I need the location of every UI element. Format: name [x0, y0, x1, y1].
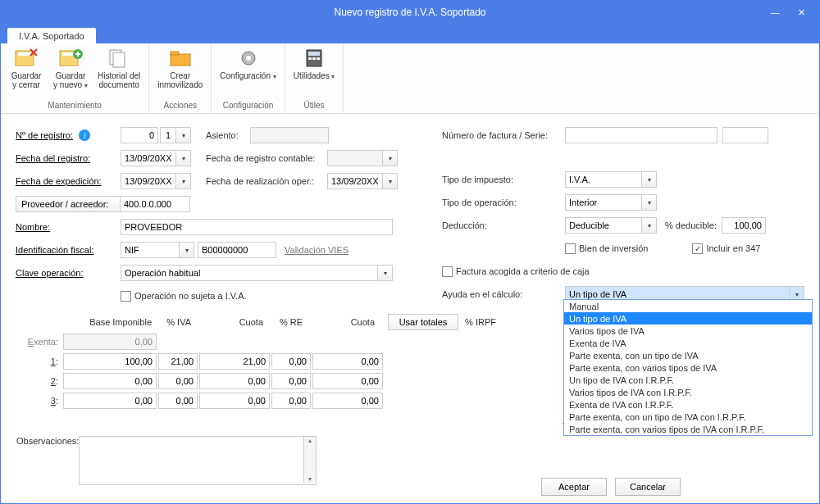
ribbon-folder[interactable]: Crear inmovilizado	[153, 45, 207, 91]
label-tipo-op: Tipo de operación:	[442, 198, 565, 207]
input-fecha-real[interactable]	[327, 173, 383, 189]
check-incluir-347[interactable]: ✓Incluir en 347	[692, 243, 760, 254]
ayuda-option[interactable]: Parte exenta, con varios tipos de IVA	[564, 361, 812, 374]
input-ident-tipo[interactable]	[121, 242, 180, 258]
gear-icon	[235, 47, 262, 70]
input-pct-deducible[interactable]	[722, 217, 766, 234]
scroll-down-icon[interactable]: ▾	[308, 475, 312, 483]
cell-cuota2[interactable]	[312, 353, 383, 370]
ident-tipo-drop[interactable]: ▾	[180, 242, 194, 258]
input-nregistro-num[interactable]	[121, 127, 158, 143]
input-fecha-exped[interactable]	[121, 173, 176, 189]
check-bien-inversion[interactable]: Bien de inversión	[565, 243, 648, 254]
hdr-pctre: % RE	[268, 314, 308, 330]
input-tipo-op[interactable]	[565, 194, 642, 211]
input-proveedor[interactable]	[120, 196, 190, 212]
cell-base[interactable]	[63, 373, 157, 389]
ayuda-dropdown-list[interactable]: ManualUn tipo de IVAVarios tipos de IVAE…	[563, 299, 813, 436]
cancel-button[interactable]: Cancelar	[615, 478, 681, 496]
ribbon-save-close[interactable]: Guardar y cerrar	[4, 45, 48, 91]
nregistro-serie-drop[interactable]: ▾	[176, 127, 191, 143]
input-nregistro-serie[interactable]	[160, 127, 176, 143]
hdr-cuota1: Cuota	[196, 314, 268, 330]
fecha-exped-drop[interactable]: ▾	[176, 173, 191, 189]
ribbon-gear[interactable]: Configuración ▾	[215, 45, 280, 83]
ayuda-option[interactable]: Un tipo de IVA con I.R.P.F.	[564, 374, 812, 386]
scroll-up-icon[interactable]: ▴	[308, 437, 312, 444]
label-deduccion: Deducción:	[442, 220, 565, 230]
ayuda-option[interactable]: Parte exenta, con varios tipos de IVA co…	[564, 423, 812, 435]
fecha-registro-drop[interactable]: ▾	[176, 150, 191, 166]
input-clave-op[interactable]	[121, 265, 378, 281]
input-tipo-impuesto[interactable]	[565, 171, 642, 188]
label-pct-deducible: % deducible:	[665, 220, 717, 230]
check-criterio-caja[interactable]: Factura acogida a criterio de caja	[442, 266, 590, 277]
cell-piva[interactable]	[158, 393, 198, 409]
deduccion-drop[interactable]: ▾	[642, 217, 657, 234]
input-fecha-registro[interactable]	[121, 150, 176, 166]
svg-rect-12	[308, 52, 320, 56]
input-asiento	[250, 127, 329, 143]
ayuda-option[interactable]: Parte exenta, con un tipo de IVA con I.R…	[564, 411, 812, 423]
tipo-op-drop[interactable]: ▾	[642, 194, 657, 211]
accept-button[interactable]: Aceptar	[541, 478, 607, 496]
minimize-button[interactable]: —	[763, 4, 786, 20]
ribbon-calc[interactable]: Utilidades ▾	[289, 45, 340, 83]
close-button[interactable]: ✕	[790, 4, 813, 20]
cell-base[interactable]	[63, 393, 157, 409]
cell-exenta	[63, 334, 157, 350]
ayuda-option[interactable]: Exenta de IVA	[564, 337, 812, 349]
clave-op-drop[interactable]: ▾	[378, 265, 393, 281]
ayuda-option[interactable]: Manual	[564, 300, 812, 312]
proveedor-button[interactable]: Proveedor / acreedor:	[16, 196, 121, 212]
label-fecha-registro: Fecha del registro:	[16, 153, 121, 163]
tab-iva-soportado[interactable]: I.V.A. Soportado	[7, 28, 96, 43]
ayuda-option[interactable]: Parte exenta, con un tipo de IVA	[564, 349, 812, 361]
input-ident-num[interactable]	[198, 242, 276, 258]
cell-base[interactable]	[63, 353, 157, 370]
tipo-impuesto-drop[interactable]: ▾	[642, 171, 657, 188]
cell-cuota1[interactable]	[199, 373, 270, 389]
cell-cuota2[interactable]	[312, 393, 383, 409]
label-ayuda-calculo: Ayuda en el cálculo:	[442, 289, 565, 299]
cell-pre[interactable]	[271, 373, 311, 389]
check-no-sujeta[interactable]: Operación no sujeta a I.V.A.	[121, 291, 247, 302]
ayuda-option[interactable]: Varios tipos de IVA con I.R.P.F.	[564, 386, 812, 398]
ayuda-option[interactable]: Exenta de IVA con I.R.P.F.	[564, 398, 812, 411]
btn-usar-totales[interactable]: Usar totales	[388, 314, 458, 330]
input-num-factura[interactable]	[565, 127, 718, 143]
svg-rect-1	[18, 52, 31, 56]
cell-pre[interactable]	[271, 393, 311, 409]
fecha-real-drop[interactable]: ▾	[383, 173, 398, 189]
ribbon-tabbar: I.V.A. Soportado	[1, 24, 819, 43]
ayuda-option[interactable]: Varios tipos de IVA	[564, 325, 812, 337]
cell-piva[interactable]	[158, 353, 198, 370]
svg-rect-6	[113, 52, 125, 67]
info-icon[interactable]: i	[79, 129, 90, 141]
cell-pre[interactable]	[271, 353, 311, 370]
label-tipo-impuesto: Tipo de impuesto:	[442, 175, 565, 184]
hdr-pctirpf: % IRPF	[462, 314, 501, 330]
fecha-reg-cont-drop[interactable]: ▾	[383, 150, 398, 166]
ribbon-history[interactable]: Historial del documento	[93, 45, 145, 91]
svg-rect-15	[317, 57, 320, 60]
window-title: Nuevo registro de I.V.A. Soportado	[1, 7, 819, 18]
textarea-observ[interactable]	[79, 436, 317, 485]
ribbon-save-new[interactable]: Guardar y nuevo ▾	[48, 45, 93, 92]
label-fecha-reg-cont: Fecha de registro contable:	[206, 153, 327, 163]
ayuda-option[interactable]: Un tipo de IVA	[564, 312, 812, 325]
label-nombre: Nombre:	[16, 222, 121, 232]
cell-piva[interactable]	[158, 373, 198, 389]
hdr-pctiva: % IVA	[157, 314, 196, 330]
input-nombre[interactable]	[121, 219, 393, 235]
save-close-icon	[13, 47, 39, 70]
cell-cuota1[interactable]	[199, 353, 270, 370]
input-serie-factura[interactable]	[722, 127, 768, 143]
save-new-icon	[57, 47, 84, 70]
ribbon: Guardar y cerrarGuardar y nuevo ▾Histori…	[1, 43, 819, 114]
folder-icon	[167, 47, 194, 70]
link-validacion-vies[interactable]: Validación VIES	[285, 245, 348, 255]
input-deduccion[interactable]	[565, 217, 642, 234]
cell-cuota1[interactable]	[199, 393, 270, 409]
cell-cuota2[interactable]	[312, 373, 383, 389]
